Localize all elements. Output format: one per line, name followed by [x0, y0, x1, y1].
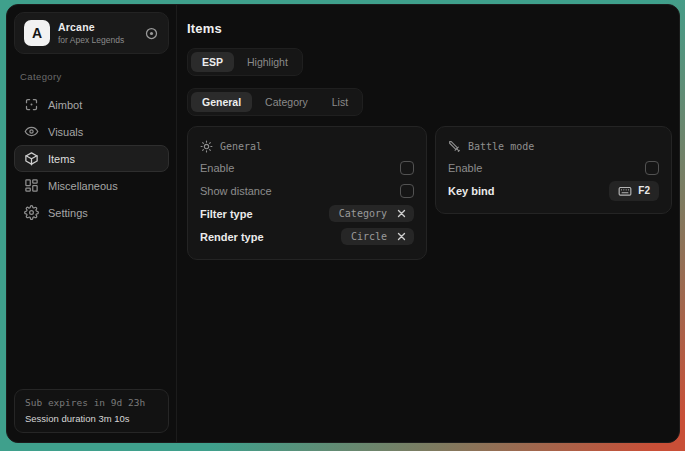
sidebar-item-miscellaneous[interactable]: Miscellaneous: [14, 172, 169, 199]
x-icon[interactable]: [397, 209, 406, 218]
panels-row: General Enable Show distance Filter type…: [187, 126, 672, 260]
tab-general[interactable]: General: [191, 92, 252, 112]
eye-icon: [24, 124, 39, 139]
keyboard-icon: [618, 184, 632, 198]
sidebar-item-aimbot[interactable]: Aimbot: [14, 91, 169, 118]
show-distance-checkbox[interactable]: [400, 184, 414, 198]
render-type-value: Circle: [351, 231, 387, 242]
setting-label: Render type: [200, 231, 264, 243]
sidebar: A Arcane for Apex Legends Category: [7, 5, 177, 442]
battle-enable-checkbox[interactable]: [645, 161, 659, 175]
setting-row-show-distance: Show distance: [200, 179, 414, 202]
gear-icon: [24, 205, 39, 220]
setting-label: Filter type: [200, 208, 253, 220]
filter-type-value: Category: [339, 208, 387, 219]
page-title: Items: [187, 21, 672, 36]
sidebar-item-items[interactable]: Items: [14, 145, 169, 172]
setting-row-render-type: Render type Circle: [200, 225, 414, 248]
sword-icon: [448, 140, 461, 153]
setting-row-battle-enable: Enable: [448, 156, 659, 179]
app-subtitle: for Apex Legends: [58, 35, 136, 45]
sidebar-category-label: Category: [20, 71, 169, 82]
battle-mode-panel-header: Battle mode: [448, 136, 659, 156]
key-bind-value: F2: [638, 185, 650, 196]
sidebar-menu: Aimbot Visuals Items: [14, 91, 169, 226]
sidebar-item-settings[interactable]: Settings: [14, 199, 169, 226]
sidebar-item-label: Miscellaneous: [48, 180, 118, 192]
battle-mode-panel: Battle mode Enable Key bind: [435, 126, 672, 214]
render-type-select[interactable]: Circle: [341, 228, 414, 245]
subscription-info-card: Sub expires in 9d 23h Session duration 3…: [14, 389, 169, 433]
tab-list[interactable]: List: [321, 92, 359, 112]
general-panel-header: General: [200, 136, 414, 156]
filter-type-select[interactable]: Category: [329, 205, 414, 222]
setting-label: Enable: [200, 162, 234, 174]
setting-row-enable: Enable: [200, 156, 414, 179]
sun-icon: [200, 140, 213, 153]
sidebar-item-visuals[interactable]: Visuals: [14, 118, 169, 145]
setting-label: Enable: [448, 162, 482, 174]
app-name: Arcane: [58, 21, 136, 33]
tab-esp[interactable]: ESP: [191, 52, 234, 72]
setting-row-key-bind: Key bind F2: [448, 179, 659, 202]
battle-mode-panel-title: Battle mode: [468, 141, 534, 152]
sub-expires-text: Sub expires in 9d 23h: [25, 397, 158, 408]
box-icon: [24, 151, 39, 166]
sidebar-item-label: Aimbot: [48, 99, 82, 111]
app-logo: A: [24, 20, 50, 46]
x-icon[interactable]: [397, 232, 406, 241]
general-panel-title: General: [220, 141, 262, 152]
setting-row-filter-type: Filter type Category: [200, 202, 414, 225]
sidebar-item-label: Items: [48, 153, 75, 165]
tab-category[interactable]: Category: [254, 92, 319, 112]
app-logo-card: A Arcane for Apex Legends: [14, 12, 169, 54]
sidebar-item-label: Settings: [48, 207, 88, 219]
app-title-block: Arcane for Apex Legends: [58, 21, 136, 45]
general-panel: General Enable Show distance Filter type…: [187, 126, 427, 260]
view-tabs: General Category List: [187, 88, 363, 116]
app-logo-letter: A: [32, 25, 42, 41]
setting-label: Show distance: [200, 185, 272, 197]
main-content: Items ESP Highlight General Category Lis…: [177, 5, 680, 442]
target-icon[interactable]: [144, 26, 159, 41]
crosshair-icon: [24, 97, 39, 112]
app-window: A Arcane for Apex Legends Category: [6, 4, 680, 443]
session-duration-text: Session duration 3m 10s: [25, 413, 158, 424]
tab-highlight[interactable]: Highlight: [236, 52, 299, 72]
enable-checkbox[interactable]: [400, 161, 414, 175]
grid-icon: [24, 178, 39, 193]
mode-tabs: ESP Highlight: [187, 48, 303, 76]
key-bind-button[interactable]: F2: [609, 181, 659, 201]
setting-label: Key bind: [448, 185, 494, 197]
sidebar-item-label: Visuals: [48, 126, 83, 138]
